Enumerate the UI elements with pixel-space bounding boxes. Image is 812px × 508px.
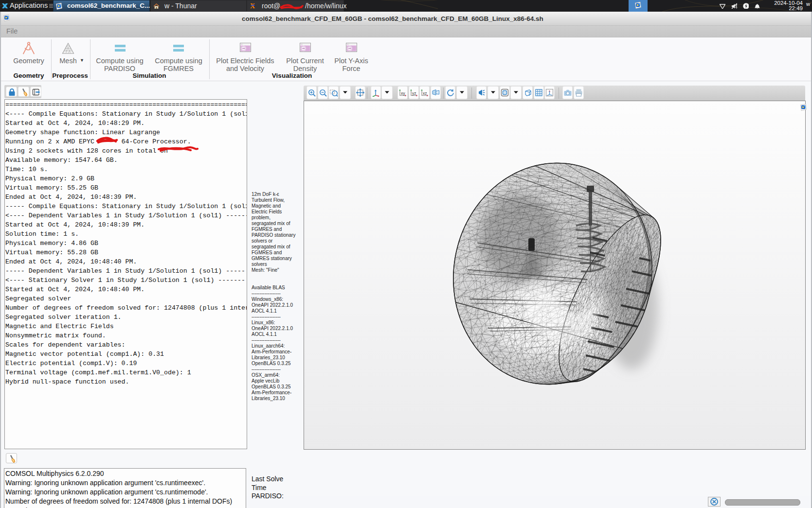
svg-text:yz: yz: [412, 91, 416, 96]
svg-text:xz: xz: [423, 91, 427, 96]
svg-text:xy: xy: [401, 91, 405, 96]
